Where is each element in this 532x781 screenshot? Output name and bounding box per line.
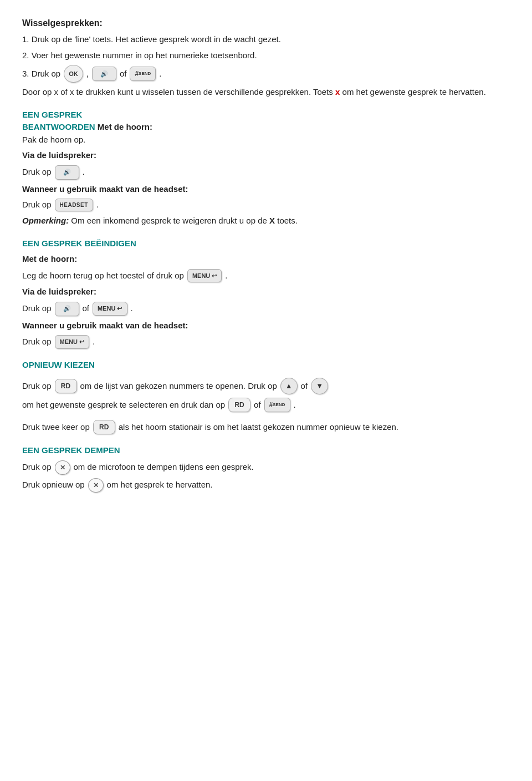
leg-suffix: .: [225, 270, 227, 282]
druk-op-headset-row: Druk op HEADSET .: [22, 199, 510, 211]
opnieuw-line2: om het gewenste gesprek te selecteren en…: [22, 398, 510, 412]
dempen-row-1: Druk op ✕ om de microfoon te dempen tijd…: [22, 460, 510, 475]
of-ls: of: [83, 302, 90, 315]
line2-suffix: .: [294, 399, 296, 412]
opnieuw-line2-prefix: om het gewenste gesprek te selecteren en…: [22, 399, 225, 412]
x-button-1: ✕: [55, 460, 70, 475]
heading-wisselgesprekken: Wisselgesprekken:: [22, 17, 510, 30]
druk-op-dempen: Druk op: [22, 461, 52, 474]
step1: 1. Druk op de 'line' toets. Het actieve …: [22, 33, 510, 46]
arrow-up-button: ▲: [280, 378, 298, 394]
of-1: of: [301, 380, 308, 393]
speaker-button-2: 🔊: [55, 302, 79, 316]
druk-op-2: Druk op: [22, 199, 52, 211]
rd-button-3: RD: [93, 420, 115, 434]
section-opnieuw-kiezen: OPNIEUW KIEZEN Druk op RD om de lijst va…: [22, 359, 510, 435]
step3-suffix: .: [159, 68, 161, 80]
menu-button-3: MENU ↩: [55, 335, 89, 349]
hash-send-button-icon: # SEND: [130, 67, 156, 81]
section-dempen: EEN GESPREK DEMPEN Druk op ✕ om de micro…: [22, 444, 510, 493]
hash-send-button-2: # SEND: [264, 398, 290, 412]
druk-op-speaker-row: Druk op 🔊 .: [22, 165, 510, 180]
ls-suffix: .: [131, 302, 133, 315]
druk-op-ls-row: Druk op 🔊 of MENU ↩ .: [22, 302, 510, 316]
druk-op-hs-row: Druk op MENU ↩ .: [22, 335, 510, 349]
heading-opnieuw-kiezen: OPNIEUW KIEZEN: [22, 359, 510, 372]
druk-op-2-suffix: .: [96, 199, 99, 211]
ok-button-icon: OK: [64, 65, 83, 83]
menu-button-2: MENU ↩: [93, 302, 127, 316]
speaker-button-icon: 🔊: [92, 67, 116, 81]
opnieuw-line3: Druk twee keer op RD als het hoorn stati…: [22, 420, 510, 434]
dempen-suffix: om de microfoon te dempen tijdens een ge…: [74, 461, 254, 474]
opnieuw-middle: om de lijst van gekozen nummers te opene…: [80, 380, 277, 393]
heading-beindigen: EEN GESPREK BEËINDIGEN: [22, 237, 510, 250]
section-beindigen: EEN GESPREK BEËINDIGEN Met de hoorn: Leg…: [22, 237, 510, 349]
leg-de-hoorn-text: Leg de hoorn terug op het toestel of dru…: [22, 270, 184, 282]
druk-op-1-suffix: .: [83, 166, 85, 179]
opmerking-text: Opmerking: Om een inkomend gesprek te we…: [22, 215, 510, 227]
of-text-1: of: [120, 68, 127, 80]
arrow-down-button: ▼: [311, 378, 328, 394]
rd-button-1: RD: [55, 379, 77, 393]
of-2: of: [254, 399, 261, 412]
opnieuw-line1: Druk op RD om de lijst van gekozen numme…: [22, 378, 510, 394]
hervatten-suffix: om het gesprek te hervatten.: [107, 479, 213, 491]
heading-beantwoorden: EEN GESPREK BEANTWOORDEN Met de hoorn:: [22, 109, 510, 134]
section-beantwoorden: EEN GESPREK BEANTWOORDEN Met de hoorn: P…: [22, 109, 510, 227]
section-wisselgesprekken: Wisselgesprekken: 1. Druk op de 'line' t…: [22, 17, 510, 99]
comma: ,: [86, 68, 89, 80]
headset-button: HEADSET: [55, 199, 93, 211]
rd-button-2: RD: [228, 398, 250, 412]
druk-twee-keer: Druk twee keer op: [22, 421, 90, 434]
line3-middle: als het hoorn stationair is om het laats…: [119, 421, 398, 434]
via-luidspreker-label-1: Via de luidspreker:: [22, 149, 510, 162]
step2: 2. Voer het gewenste nummer in op het nu…: [22, 49, 510, 62]
druk-op-hs: Druk op: [22, 336, 52, 348]
druk-opnieuw: Druk opnieuw op: [22, 479, 85, 491]
leg-de-hoorn-row: Leg de hoorn terug op het toestel of dru…: [22, 269, 510, 283]
headset-label-2: Wanneer u gebruik maakt van de headset:: [22, 320, 510, 332]
door-op-text: Door op x of x te drukken kunt u wissele…: [22, 86, 510, 99]
via-luidspreker-label-2: Via de luidspreker:: [22, 286, 510, 298]
druk-op-ls: Druk op: [22, 302, 52, 315]
pak-de-hoorn: Pak de hoorn op.: [22, 134, 510, 146]
hs-suffix: .: [93, 336, 95, 348]
met-de-hoorn-label: Met de hoorn:: [22, 253, 510, 266]
speaker-button-1: 🔊: [55, 165, 79, 180]
x-button-2: ✕: [88, 478, 104, 493]
druk-op-1: Druk op: [22, 166, 52, 179]
heading-dempen: EEN GESPREK DEMPEN: [22, 444, 510, 457]
step3-row: 3. Druk op OK , 🔊 of # SEND .: [22, 65, 510, 83]
step3-prefix: 3. Druk op: [22, 68, 60, 80]
headset-label-1: Wanneer u gebruik maakt van de headset:: [22, 183, 510, 196]
menu-button-1: MENU ↩: [187, 269, 222, 283]
opnieuw-prefix: Druk op: [22, 380, 52, 393]
dempen-row-2: Druk opnieuw op ✕ om het gesprek te herv…: [22, 478, 510, 493]
opnieuw-row-1: Druk op RD om de lijst van gekozen numme…: [22, 378, 510, 412]
